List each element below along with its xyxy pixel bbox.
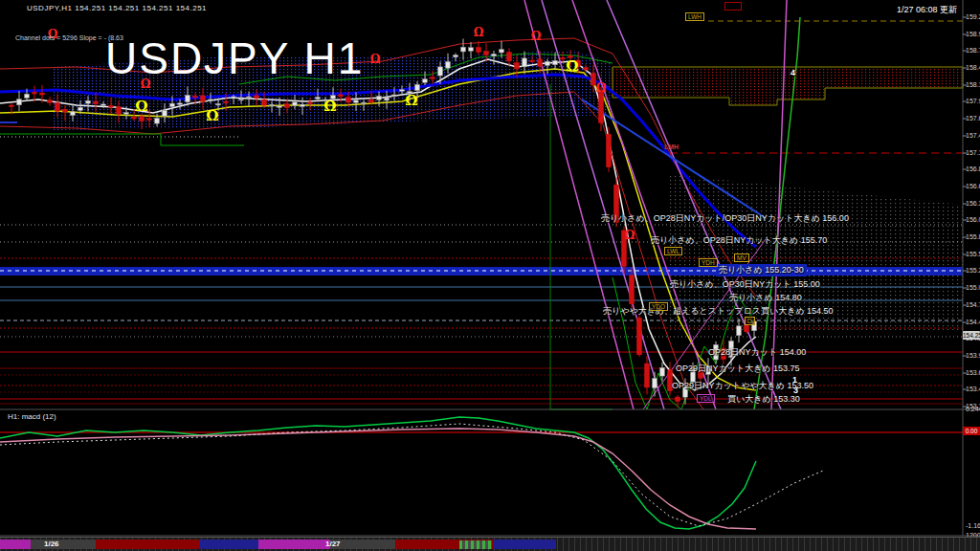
level-marker-ydl: YDL <box>697 394 715 403</box>
order-annotation: OP29日NYカット大きめ 153.75 <box>676 363 800 375</box>
level-marker-mv: MV <box>734 253 749 262</box>
wave-count-number: 3 <box>793 386 798 395</box>
price-axis-label: 158.725 <box>966 47 980 54</box>
level-marker-ydh: YDH <box>699 258 718 267</box>
trading-chart-window: ΩΩΩΩΩΩΩΩΩΩΩΩ USDJPY,H1 154.251 154.251 1… <box>0 0 980 551</box>
session-segment <box>31 540 96 549</box>
price-axis-label: 157.400 <box>966 132 980 139</box>
price-axis-label: 157.135 <box>966 149 980 156</box>
price-axis-label: 154.750 <box>966 301 980 308</box>
order-annotation: 売りやや大きめ、超えるとストップロス買い大きめ 154.50 <box>603 305 834 318</box>
price-axis-label: 156.075 <box>966 216 980 223</box>
channel-lower-red <box>0 92 703 409</box>
order-annotation: 売り小さめ 154.80 <box>729 292 802 304</box>
price-axis-label: 153.955 <box>966 352 980 359</box>
price-axis-label: 158.990 <box>966 31 980 37</box>
price-axis-label: 158.460 <box>966 64 980 71</box>
level-marker-ydo: YDO <box>649 302 668 311</box>
timeline-scrollbar[interactable]: 1/261/27 <box>0 537 980 551</box>
price-axis-label: 156.340 <box>966 200 980 207</box>
omega-signal-icon: Ω <box>531 30 542 43</box>
highlight-band <box>0 267 963 276</box>
macd-white-dotted <box>0 424 823 526</box>
session-segment <box>96 540 199 549</box>
level-marker-lwh: LWH <box>685 12 704 21</box>
price-axis-label: 154.485 <box>966 319 980 325</box>
macd-axis-label: -1.162 <box>966 522 980 529</box>
price-axis-label: 155.810 <box>966 233 980 240</box>
level-marker-d: D <box>745 317 755 325</box>
order-annotation: 売り小さめ、OP28日NYカット/OP30日NYカット大きめ 156.00 <box>601 212 849 225</box>
omega-signal-icon: Ω <box>206 107 218 124</box>
price-axis-label: 155.015 <box>966 284 980 291</box>
update-timestamp: 1/27 06:08 更新 <box>897 4 957 16</box>
wave-count-number: 4 <box>791 68 795 77</box>
timeline-position-marker[interactable] <box>459 540 492 549</box>
price-axis-label: 159.255 <box>966 13 980 20</box>
current-price-box: 154.251 <box>963 331 980 340</box>
timeline-date-label: 1/26 <box>44 540 59 548</box>
session-segment <box>0 540 31 549</box>
session-segment <box>258 540 330 549</box>
macd-axis-label: 0.244 <box>966 406 980 412</box>
order-annotation: 売り小さめ、OP28日NYカット大きめ 155.70 <box>651 234 827 247</box>
order-annotation: 売り小さめ、OP30日NYカット 155.00 <box>670 278 820 291</box>
price-axis-label: 153.690 <box>966 369 980 376</box>
order-annotation: 買い大きめ 153.30 <box>727 393 800 406</box>
symbol-watermark: USDJPY H1 <box>105 33 364 84</box>
omega-signal-icon: Ω <box>135 98 147 115</box>
price-axis-label: 155.545 <box>966 251 980 257</box>
session-segment <box>494 540 556 549</box>
order-annotation: OP28日NYカット 154.00 <box>708 346 806 359</box>
omega-signal-icon: Ω <box>625 229 635 242</box>
level-marker-lmh: LMH <box>664 143 679 150</box>
macd-zero-box: 0.00 <box>963 427 980 435</box>
level-marker-lwl: LWL <box>664 247 682 255</box>
omega-signal-icon: Ω <box>370 53 381 66</box>
omega-signal-icon: Ω <box>323 98 336 115</box>
session-segment <box>199 540 258 549</box>
price-axis-label: 155.280 <box>966 267 980 274</box>
macd-green <box>0 417 756 529</box>
timeline-date-label: 1/27 <box>325 540 341 548</box>
omega-signal-icon: Ω <box>474 26 484 39</box>
price-axis-label: 153.425 <box>966 386 980 392</box>
macd-signal-pink <box>0 429 756 529</box>
wave-count-number: 1 <box>792 375 797 385</box>
green-step <box>0 134 244 145</box>
red-marker-box <box>724 2 742 11</box>
omega-signal-icon: Ω <box>566 57 578 75</box>
price-axis-label: 156.605 <box>966 183 980 189</box>
future-cloud-red <box>612 67 963 105</box>
omega-signal-icon: Ω <box>596 81 607 95</box>
order-annotation: 売り小さめ 155.20-30 <box>716 264 807 276</box>
price-axis-label: 156.870 <box>966 165 980 172</box>
symbol-ohlc-info: USDJPY,H1 154.251 154.251 154.251 154.25… <box>27 4 207 12</box>
omega-signal-icon: Ω <box>405 92 417 109</box>
price-axis-label: 158.195 <box>966 81 980 88</box>
price-axis-label: 157.665 <box>966 115 980 121</box>
macd-indicator-label: H1: macd (12) <box>8 412 56 421</box>
price-axis-label: 157.930 <box>966 98 980 104</box>
